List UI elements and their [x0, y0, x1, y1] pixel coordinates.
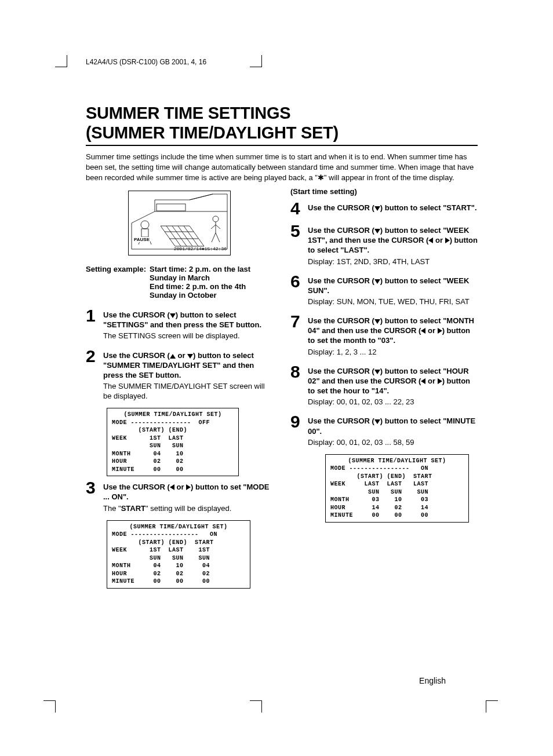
step-note: Display: SUN, MON, TUE, WED, THU, FRI, S…	[308, 297, 478, 306]
osd-title: (SUMMER TIME/DAYLIGHT SET)	[112, 411, 234, 419]
cursor-left-icon	[421, 328, 425, 334]
step-text: Use the CURSOR (	[103, 483, 170, 491]
step-note: Display: 00, 01, 02, 03 ... 22, 23	[308, 397, 478, 407]
svg-line-18	[216, 225, 220, 229]
crop-mark	[250, 700, 262, 713]
step-5: 5 Use the CURSOR () button to select "WE…	[290, 223, 478, 266]
osd-line: WEEK LAST LAST LAST	[330, 481, 428, 487]
title-line-2: (SUMMER TIME/DAYLIGHT SET)	[86, 123, 339, 142]
title-line-1: SUMMER TIME SETTINGS	[86, 104, 290, 122]
cursor-down-icon	[374, 279, 380, 284]
step-text: Use the CURSOR (	[308, 367, 374, 375]
osd-screen-3: (SUMMER TIME/DAYLIGHT SET)MODE ---------…	[325, 454, 469, 523]
cursor-left-icon	[170, 484, 174, 490]
step-text: Use the CURSOR (	[308, 276, 374, 285]
osd-title: (SUMMER TIME/DAYLIGHT SET)	[330, 457, 464, 465]
intro-paragraph: Summer time settings include the time wh…	[86, 152, 478, 182]
step-number: 7	[290, 313, 308, 357]
setting-example: Setting example: Start time: 2 p.m. on t…	[86, 265, 273, 300]
step-number: 6	[290, 273, 308, 306]
cursor-down-icon	[374, 419, 380, 424]
cursor-left-icon	[421, 378, 425, 384]
cursor-right-icon	[445, 238, 450, 243]
svg-line-17	[211, 225, 216, 229]
step-text: ) button to select "START".	[380, 203, 477, 212]
title-underline	[86, 145, 478, 146]
step-number: 9	[290, 414, 308, 447]
step-9: 9 Use the CURSOR () button to select "MI…	[290, 414, 478, 447]
step-note: The SETTINGS screen will be displayed.	[103, 331, 273, 341]
osd-line: HOUR 14 02 14	[330, 505, 428, 511]
osd-line: WEEK 1ST LAST	[112, 435, 184, 441]
osd-line: (START) (END) START	[112, 539, 214, 546]
osd-line: HOUR 02 02 02	[112, 571, 210, 577]
step-note: Display: 00, 01, 02, 03 ... 58, 59	[308, 437, 478, 447]
step-note: Display: 1ST, 2ND, 3RD, 4TH, LAST	[308, 257, 478, 266]
right-column: (Start time setting) 4 Use the CURSOR ()…	[290, 187, 478, 592]
osd-screen-1: (SUMMER TIME/DAYLIGHT SET)MODE ---------…	[107, 408, 239, 476]
cursor-down-icon	[374, 206, 380, 211]
step-text: Use the CURSOR (	[103, 311, 170, 319]
svg-line-16	[216, 233, 220, 242]
setting-example-label: Setting example:	[86, 265, 146, 300]
osd-line: SUN SUN SUN	[112, 555, 210, 561]
crop-mark	[486, 700, 498, 713]
step-number: 8	[290, 364, 308, 407]
cursor-right-icon	[186, 484, 191, 490]
osd-line: MONTH 04 10	[112, 451, 184, 457]
cursor-right-icon	[438, 378, 442, 384]
manual-page: L42A4/US (DSR-C100) GB 2001, 4, 16 SUMME…	[0, 0, 553, 756]
svg-line-15	[212, 233, 216, 242]
svg-rect-1	[157, 204, 185, 211]
cursor-down-icon	[374, 229, 380, 233]
osd-line: WEEK 1ST LAST 1ST	[112, 547, 210, 553]
svg-point-13	[213, 216, 219, 222]
step-text: Use the CURSOR (	[308, 316, 374, 325]
svg-line-4	[172, 226, 187, 246]
osd-line: (START) (END)	[112, 427, 187, 433]
cursor-down-icon	[374, 319, 380, 324]
step-number: 5	[290, 223, 308, 266]
osd-line: SUN SUN SUN	[330, 489, 428, 495]
step-number: 4	[290, 200, 308, 216]
cursor-right-icon	[438, 328, 442, 334]
start-time-subhead: (Start time setting)	[290, 187, 478, 196]
step-note: The SUMMER TIME/DAYLIGHT SET screen will…	[103, 381, 273, 401]
svg-rect-10	[141, 229, 148, 237]
illustration-timestamp: 2001/02/14✱15:42:36	[174, 246, 227, 251]
svg-line-5	[178, 226, 192, 246]
step-text: Use the CURSOR (	[308, 417, 374, 425]
header-model-info: L42A4/US (DSR-C100) GB 2001, 4, 16	[86, 58, 206, 66]
step-2: 2 Use the CURSOR ( or ) button to select…	[86, 348, 273, 401]
footer-language: English	[419, 676, 446, 685]
cursor-up-icon	[170, 354, 176, 359]
step-6: 6 Use the CURSOR () button to select "WE…	[290, 273, 478, 306]
step-3: 3 Use the CURSOR ( or ) button to set "M…	[86, 480, 273, 513]
step-number: 1	[86, 308, 103, 341]
step-8: 8 Use the CURSOR () button to select "HO…	[290, 364, 478, 407]
osd-line: MONTH 03 10 03	[330, 496, 428, 503]
crop-mark	[43, 700, 56, 713]
step-text: Use the CURSOR (	[308, 203, 374, 212]
left-column: PAUSE 2001/02/14✱15:42:36 Setting exampl…	[86, 187, 273, 592]
svg-point-9	[141, 221, 149, 229]
step-4: 4 Use the CURSOR () button to select "ST…	[290, 200, 478, 216]
cursor-down-icon	[374, 370, 380, 374]
page-title: SUMMER TIME SETTINGS (SUMMER TIME/DAYLIG…	[86, 103, 478, 143]
crop-mark	[55, 55, 67, 67]
setting-example-line2: End time: 2 p.m. on the 4th Sunday in Oc…	[150, 282, 246, 300]
osd-line: MODE ------------------ ON	[112, 531, 217, 538]
osd-line: SUN SUN	[112, 443, 184, 449]
osd-line: (START) (END) START	[330, 473, 432, 480]
step-note: The "START" setting will be displayed.	[103, 503, 273, 513]
svg-line-0	[190, 194, 213, 200]
cursor-down-icon	[170, 313, 176, 318]
osd-screen-2: (SUMMER TIME/DAYLIGHT SET)MODE ---------…	[107, 520, 250, 589]
camera-illustration: PAUSE 2001/02/14✱15:42:36	[128, 191, 231, 255]
pause-label: PAUSE	[133, 237, 150, 242]
svg-line-6	[184, 226, 198, 246]
cursor-left-icon	[428, 238, 433, 243]
osd-line: MODE ---------------- OFF	[112, 419, 210, 426]
step-1: 1 Use the CURSOR () button to select "SE…	[86, 308, 273, 341]
step-number: 2	[86, 348, 103, 401]
